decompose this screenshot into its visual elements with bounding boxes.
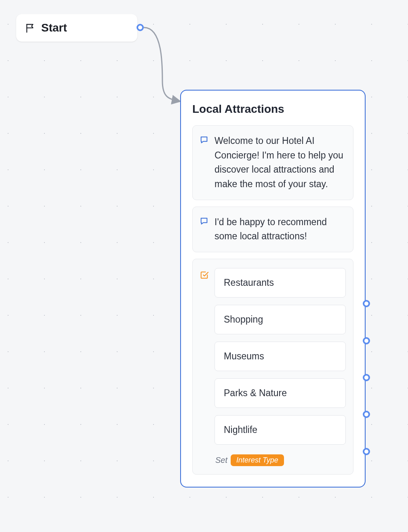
set-variable-row: Set Interest Type <box>215 454 346 466</box>
option-label: Restaurants <box>224 277 274 288</box>
message-block[interactable]: Welcome to our Hotel AI Concierge! I'm h… <box>192 125 353 200</box>
checkbox-icon <box>200 270 209 466</box>
option-output-port[interactable] <box>363 300 370 307</box>
node-title: Local Attractions <box>192 103 353 116</box>
option-restaurants[interactable]: Restaurants <box>215 268 346 298</box>
set-label: Set <box>215 456 227 465</box>
option-museums[interactable]: Museums <box>215 342 346 371</box>
option-nightlife[interactable]: Nightlife <box>215 415 346 445</box>
flag-icon <box>25 23 36 33</box>
chat-icon <box>200 217 209 244</box>
message-text: Welcome to our Hotel AI Concierge! I'm h… <box>215 134 345 192</box>
options-block: Restaurants Shopping Museums Parks & Nat… <box>192 259 353 475</box>
option-output-port[interactable] <box>363 337 370 344</box>
options-list: Restaurants Shopping Museums Parks & Nat… <box>215 268 346 466</box>
start-label: Start <box>41 21 67 34</box>
local-attractions-node[interactable]: Local Attractions Welcome to our Hotel A… <box>180 90 366 488</box>
option-output-port[interactable] <box>363 374 370 381</box>
start-output-port[interactable] <box>137 24 144 31</box>
option-label: Shopping <box>224 314 263 325</box>
option-label: Nightlife <box>224 424 257 435</box>
option-shopping[interactable]: Shopping <box>215 305 346 334</box>
start-node[interactable]: Start <box>16 14 137 42</box>
message-block[interactable]: I'd be happy to recommend some local att… <box>192 207 353 252</box>
option-label: Parks & Nature <box>224 388 287 398</box>
chat-icon <box>200 135 209 192</box>
set-variable-tag[interactable]: Interest Type <box>231 454 284 466</box>
option-output-port[interactable] <box>363 448 370 455</box>
option-label: Museums <box>224 351 264 361</box>
option-output-port[interactable] <box>363 411 370 418</box>
message-text: I'd be happy to recommend some local att… <box>215 215 345 244</box>
option-parks-nature[interactable]: Parks & Nature <box>215 378 346 408</box>
